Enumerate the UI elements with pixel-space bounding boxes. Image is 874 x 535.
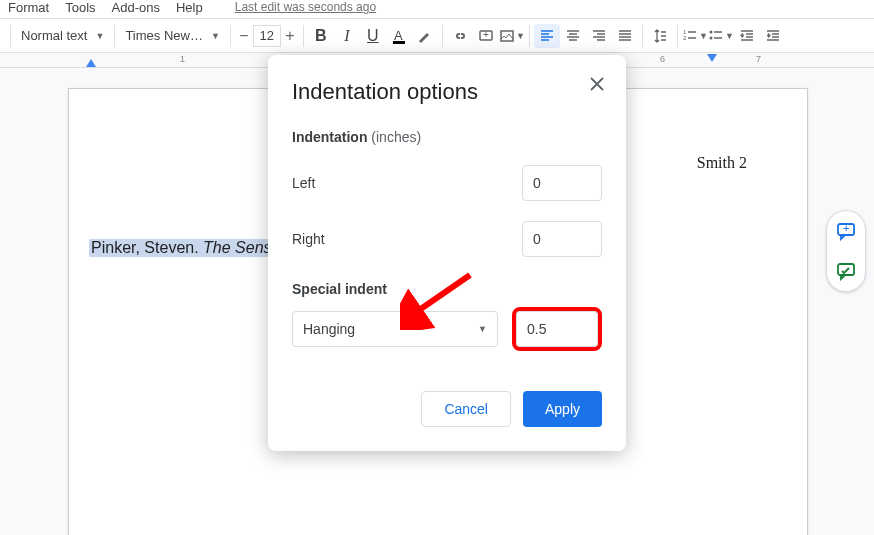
special-indent-label: Special indent [292, 281, 602, 297]
svg-rect-1 [393, 41, 405, 44]
chevron-down-icon: ▼ [211, 31, 220, 41]
align-justify-button[interactable] [612, 24, 638, 48]
last-edit-link[interactable]: Last edit was seconds ago [235, 0, 376, 14]
align-right-button[interactable] [586, 24, 612, 48]
ruler-tick: 6 [660, 54, 665, 64]
bulleted-list-icon [708, 28, 723, 44]
align-right-icon [591, 28, 607, 44]
underline-button[interactable]: U [360, 24, 386, 48]
decrease-indent-icon [739, 28, 755, 44]
page-header: Smith 2 [697, 154, 747, 172]
cancel-button[interactable]: Cancel [421, 391, 511, 427]
insert-link-button[interactable] [447, 24, 473, 48]
menu-bar: Format Tools Add-ons Help Last edit was … [0, 0, 874, 14]
chevron-down-icon: ▼ [95, 31, 104, 41]
font-select[interactable]: Times New…▼ [119, 24, 225, 48]
bulleted-list-button[interactable]: ▼ [708, 24, 734, 48]
ruler-right-indent[interactable] [707, 54, 717, 62]
text-color-button[interactable]: A [386, 24, 412, 48]
align-center-button[interactable] [560, 24, 586, 48]
svg-rect-11 [838, 264, 854, 275]
bold-button[interactable]: B [308, 24, 334, 48]
increase-indent-icon [765, 28, 781, 44]
svg-point-7 [709, 30, 712, 33]
special-indent-select[interactable]: Hanging ▼ [292, 311, 498, 347]
side-tool-panel: + [826, 210, 866, 292]
numbered-list-icon: 12 [682, 28, 697, 44]
close-icon [590, 77, 604, 91]
decrease-indent-button[interactable] [734, 24, 760, 48]
align-justify-icon [617, 28, 633, 44]
link-icon [452, 28, 468, 44]
svg-text:+: + [843, 222, 849, 234]
paragraph-style-select[interactable]: Normal text▼ [15, 24, 110, 48]
special-indent-input[interactable] [516, 311, 598, 347]
comment-plus-icon: + [836, 221, 856, 241]
menu-help[interactable]: Help [176, 0, 203, 15]
highlight-icon [417, 28, 433, 44]
font-size-stepper: − + [235, 25, 299, 47]
left-indent-label: Left [292, 175, 315, 191]
right-indent-input[interactable] [522, 221, 602, 257]
indentation-section-label: Indentation (inches) [292, 129, 602, 145]
svg-text:A: A [394, 28, 403, 43]
font-size-increase[interactable]: + [281, 25, 299, 47]
line-spacing-icon [652, 28, 668, 44]
image-icon [499, 28, 514, 44]
increase-indent-button[interactable] [760, 24, 786, 48]
indentation-options-dialog: Indentation options Indentation (inches)… [268, 55, 626, 451]
chevron-down-icon: ▼ [516, 31, 525, 41]
suggest-edits-side-button[interactable] [832, 257, 860, 285]
ruler-left-indent[interactable] [86, 59, 96, 67]
align-center-icon [565, 28, 581, 44]
add-comment-side-button[interactable]: + [832, 217, 860, 245]
dialog-title: Indentation options [292, 79, 602, 105]
svg-text:+: + [483, 29, 489, 40]
close-button[interactable] [590, 77, 604, 91]
text-color-icon: A [391, 28, 407, 44]
font-size-decrease[interactable]: − [235, 25, 253, 47]
italic-button[interactable]: I [334, 24, 360, 48]
ruler-tick: 7 [756, 54, 761, 64]
ruler-tick: 1 [180, 54, 185, 64]
svg-text:2: 2 [683, 35, 687, 41]
highlight-button[interactable] [412, 24, 438, 48]
chevron-down-icon: ▼ [699, 31, 708, 41]
numbered-list-button[interactable]: 12▼ [682, 24, 708, 48]
menu-format[interactable]: Format [8, 0, 49, 15]
left-indent-input[interactable] [522, 165, 602, 201]
insert-image-button[interactable]: ▼ [499, 24, 525, 48]
line-spacing-button[interactable] [647, 24, 673, 48]
apply-button[interactable]: Apply [523, 391, 602, 427]
chevron-down-icon: ▼ [478, 324, 487, 334]
right-indent-label: Right [292, 231, 325, 247]
font-size-input[interactable] [253, 25, 281, 47]
suggest-icon [836, 261, 856, 281]
menu-tools[interactable]: Tools [65, 0, 95, 15]
align-left-icon [539, 28, 555, 44]
menu-addons[interactable]: Add-ons [112, 0, 160, 15]
toolbar: Normal text▼ Times New…▼ − + B I U A + ▼ [0, 18, 874, 53]
comment-plus-icon: + [478, 28, 494, 44]
add-comment-button[interactable]: + [473, 24, 499, 48]
align-left-button[interactable] [534, 24, 560, 48]
chevron-down-icon: ▼ [725, 31, 734, 41]
svg-point-8 [709, 36, 712, 39]
